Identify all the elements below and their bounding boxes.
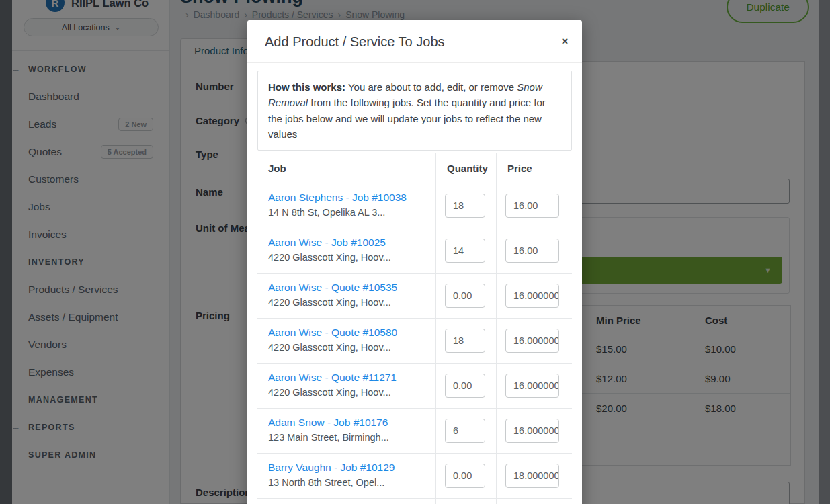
price-cell [496,499,572,504]
job-link[interactable]: Aaron Wise - Quote #10535 [268,282,425,294]
jobs-table: Job Quantity Price Aaron Stephens - Job … [257,153,572,504]
price-cell [496,409,572,453]
job-row: Aaron Wise - Quote #11271 4220 Glasscott… [257,364,572,409]
quantity-cell [435,228,496,273]
price-input[interactable] [505,419,559,443]
quantity-cell [435,364,496,408]
quantity-cell [435,499,496,504]
job-row: Aaron Wise - Quote #10580 4220 Glasscott… [257,319,572,364]
job-link[interactable]: Adam Snow - Job #10176 [268,417,425,429]
job-address: 4220 Glasscott Xing, Hoov... [268,387,425,398]
job-cell: Aaron Stephens - Job #10038 14 N 8th St,… [257,183,435,228]
quantity-input[interactable] [445,374,485,398]
info-text-1: You are about to add, edit, or remove [345,81,517,93]
quantity-input[interactable] [445,464,485,488]
price-input[interactable] [505,464,559,488]
job-address: 13 North 8th Street, Opel... [268,477,425,488]
quantity-cell [435,319,496,363]
quantity-cell [435,183,496,228]
job-link[interactable]: Aaron Wise - Job #10025 [268,237,425,249]
price-column-header: Price [496,153,572,183]
job-link[interactable]: Aaron Wise - Quote #11271 [268,372,425,384]
job-row: Barry Vaughn - Job #10129 13 North 8th S… [257,454,572,499]
job-cell: Barry Vaughn - Job #10129 13 North 8th S… [257,454,435,498]
job-row: Barry Vaughn - Quote #10691 13 North 8th… [257,499,572,504]
job-cell: Aaron Wise - Quote #10535 4220 Glasscott… [257,274,435,318]
job-link[interactable]: Aaron Wise - Quote #10580 [268,327,425,339]
job-cell: Aaron Wise - Quote #10580 4220 Glasscott… [257,319,435,363]
quantity-input[interactable] [445,194,485,218]
job-address: 14 N 8th St, Opelika AL 3... [268,207,425,218]
job-cell: Barry Vaughn - Quote #10691 13 North 8th… [257,499,435,504]
info-bold-text: How this works: [268,81,345,93]
job-cell: Adam Snow - Job #10176 123 Main Street, … [257,409,435,453]
quantity-column-header: Quantity [435,153,496,183]
quantity-input[interactable] [445,329,485,353]
price-cell [496,274,572,318]
price-input[interactable] [505,374,559,398]
job-address: 4220 Glasscott Xing, Hoov... [268,297,425,308]
add-product-to-jobs-modal: Add Product / Service To Jobs ✕ How this… [247,20,582,504]
modal-title: Add Product / Service To Jobs [265,34,445,49]
quantity-input[interactable] [445,284,485,308]
job-cell: Aaron Wise - Quote #11271 4220 Glasscott… [257,364,435,408]
job-cell: Aaron Wise - Job #10025 4220 Glasscott X… [257,228,435,273]
job-address: 4220 Glasscott Xing, Hoov... [268,252,425,263]
price-input[interactable] [505,284,559,308]
price-cell [496,228,572,273]
jobs-table-body: Aaron Stephens - Job #10038 14 N 8th St,… [257,183,572,504]
job-row: Adam Snow - Job #10176 123 Main Street, … [257,409,572,454]
modal-header: Add Product / Service To Jobs ✕ [247,20,582,63]
price-input[interactable] [505,329,559,353]
how-this-works-info: How this works: You are about to add, ed… [257,71,572,151]
price-input[interactable] [505,194,559,218]
job-row: Aaron Wise - Job #10025 4220 Glasscott X… [257,228,572,274]
price-input[interactable] [505,239,559,263]
modal-body: How this works: You are about to add, ed… [247,63,582,504]
job-column-header: Job [257,153,435,183]
quantity-cell [435,454,496,498]
price-cell [496,319,572,363]
job-row: Aaron Stephens - Job #10038 14 N 8th St,… [257,183,572,228]
info-text-2: from the following jobs. Set the quantit… [268,97,546,140]
quantity-input[interactable] [445,419,485,443]
quantity-input[interactable] [445,239,485,263]
close-icon[interactable]: ✕ [561,37,569,46]
price-cell [496,183,572,228]
price-cell [496,454,572,498]
job-address: 4220 Glasscott Xing, Hoov... [268,342,425,353]
jobs-table-header: Job Quantity Price [257,153,572,183]
quantity-cell [435,409,496,453]
job-address: 123 Main Street, Birmingh... [268,432,425,443]
job-row: Aaron Wise - Quote #10535 4220 Glasscott… [257,274,572,319]
job-link[interactable]: Barry Vaughn - Job #10129 [268,462,425,474]
quantity-cell [435,274,496,318]
job-link[interactable]: Aaron Stephens - Job #10038 [268,192,425,204]
price-cell [496,364,572,408]
